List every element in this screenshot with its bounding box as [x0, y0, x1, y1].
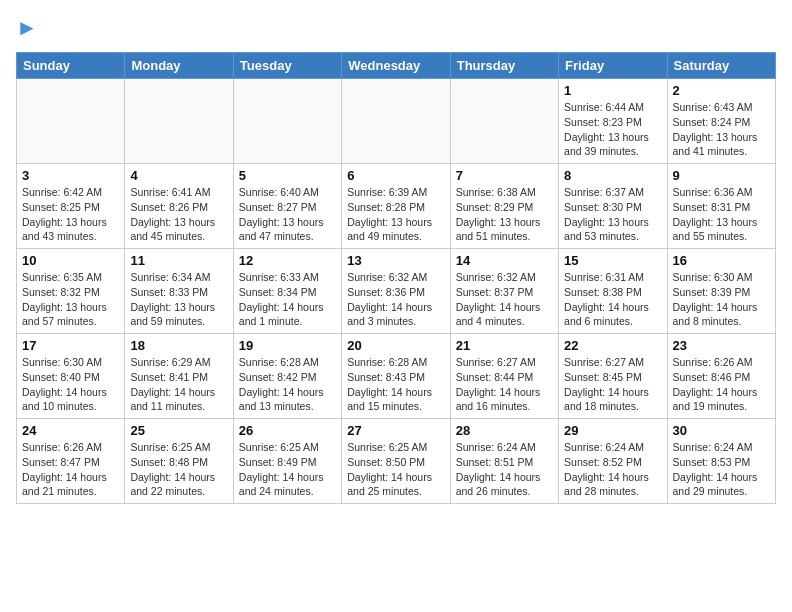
calendar-cell: 14Sunrise: 6:32 AM Sunset: 8:37 PM Dayli…	[450, 249, 558, 334]
weekday-header-wednesday: Wednesday	[342, 53, 450, 79]
calendar-cell: 3Sunrise: 6:42 AM Sunset: 8:25 PM Daylig…	[17, 164, 125, 249]
page-header: ►	[16, 16, 776, 40]
calendar-cell: 2Sunrise: 6:43 AM Sunset: 8:24 PM Daylig…	[667, 79, 775, 164]
day-number: 24	[22, 423, 119, 438]
day-info: Sunrise: 6:32 AM Sunset: 8:36 PM Dayligh…	[347, 270, 444, 329]
weekday-header-friday: Friday	[559, 53, 667, 79]
day-number: 18	[130, 338, 227, 353]
day-number: 11	[130, 253, 227, 268]
calendar-cell: 16Sunrise: 6:30 AM Sunset: 8:39 PM Dayli…	[667, 249, 775, 334]
weekday-header-saturday: Saturday	[667, 53, 775, 79]
day-info: Sunrise: 6:30 AM Sunset: 8:39 PM Dayligh…	[673, 270, 770, 329]
day-number: 13	[347, 253, 444, 268]
day-info: Sunrise: 6:33 AM Sunset: 8:34 PM Dayligh…	[239, 270, 336, 329]
day-number: 28	[456, 423, 553, 438]
calendar-cell	[233, 79, 341, 164]
day-info: Sunrise: 6:25 AM Sunset: 8:48 PM Dayligh…	[130, 440, 227, 499]
week-row-4: 17Sunrise: 6:30 AM Sunset: 8:40 PM Dayli…	[17, 334, 776, 419]
day-number: 19	[239, 338, 336, 353]
day-number: 21	[456, 338, 553, 353]
calendar-cell: 23Sunrise: 6:26 AM Sunset: 8:46 PM Dayli…	[667, 334, 775, 419]
calendar-cell: 9Sunrise: 6:36 AM Sunset: 8:31 PM Daylig…	[667, 164, 775, 249]
day-number: 17	[22, 338, 119, 353]
day-number: 6	[347, 168, 444, 183]
day-number: 25	[130, 423, 227, 438]
calendar-table: SundayMondayTuesdayWednesdayThursdayFrid…	[16, 52, 776, 504]
day-number: 1	[564, 83, 661, 98]
day-number: 22	[564, 338, 661, 353]
calendar-cell: 24Sunrise: 6:26 AM Sunset: 8:47 PM Dayli…	[17, 419, 125, 504]
day-info: Sunrise: 6:37 AM Sunset: 8:30 PM Dayligh…	[564, 185, 661, 244]
day-info: Sunrise: 6:41 AM Sunset: 8:26 PM Dayligh…	[130, 185, 227, 244]
day-info: Sunrise: 6:36 AM Sunset: 8:31 PM Dayligh…	[673, 185, 770, 244]
calendar-cell: 6Sunrise: 6:39 AM Sunset: 8:28 PM Daylig…	[342, 164, 450, 249]
calendar-cell	[450, 79, 558, 164]
calendar-cell: 29Sunrise: 6:24 AM Sunset: 8:52 PM Dayli…	[559, 419, 667, 504]
day-number: 7	[456, 168, 553, 183]
day-info: Sunrise: 6:31 AM Sunset: 8:38 PM Dayligh…	[564, 270, 661, 329]
day-number: 14	[456, 253, 553, 268]
day-info: Sunrise: 6:25 AM Sunset: 8:50 PM Dayligh…	[347, 440, 444, 499]
calendar-cell: 10Sunrise: 6:35 AM Sunset: 8:32 PM Dayli…	[17, 249, 125, 334]
day-number: 20	[347, 338, 444, 353]
weekday-header-sunday: Sunday	[17, 53, 125, 79]
day-number: 9	[673, 168, 770, 183]
calendar-cell: 21Sunrise: 6:27 AM Sunset: 8:44 PM Dayli…	[450, 334, 558, 419]
week-row-5: 24Sunrise: 6:26 AM Sunset: 8:47 PM Dayli…	[17, 419, 776, 504]
day-info: Sunrise: 6:27 AM Sunset: 8:44 PM Dayligh…	[456, 355, 553, 414]
calendar-cell: 25Sunrise: 6:25 AM Sunset: 8:48 PM Dayli…	[125, 419, 233, 504]
day-number: 27	[347, 423, 444, 438]
weekday-header-row: SundayMondayTuesdayWednesdayThursdayFrid…	[17, 53, 776, 79]
week-row-1: 1Sunrise: 6:44 AM Sunset: 8:23 PM Daylig…	[17, 79, 776, 164]
calendar-cell: 18Sunrise: 6:29 AM Sunset: 8:41 PM Dayli…	[125, 334, 233, 419]
calendar-cell: 1Sunrise: 6:44 AM Sunset: 8:23 PM Daylig…	[559, 79, 667, 164]
day-number: 5	[239, 168, 336, 183]
calendar-cell: 12Sunrise: 6:33 AM Sunset: 8:34 PM Dayli…	[233, 249, 341, 334]
calendar-cell: 13Sunrise: 6:32 AM Sunset: 8:36 PM Dayli…	[342, 249, 450, 334]
weekday-header-thursday: Thursday	[450, 53, 558, 79]
day-info: Sunrise: 6:24 AM Sunset: 8:52 PM Dayligh…	[564, 440, 661, 499]
day-info: Sunrise: 6:27 AM Sunset: 8:45 PM Dayligh…	[564, 355, 661, 414]
calendar-cell: 15Sunrise: 6:31 AM Sunset: 8:38 PM Dayli…	[559, 249, 667, 334]
calendar-cell: 22Sunrise: 6:27 AM Sunset: 8:45 PM Dayli…	[559, 334, 667, 419]
calendar-cell: 26Sunrise: 6:25 AM Sunset: 8:49 PM Dayli…	[233, 419, 341, 504]
calendar-cell: 28Sunrise: 6:24 AM Sunset: 8:51 PM Dayli…	[450, 419, 558, 504]
day-info: Sunrise: 6:34 AM Sunset: 8:33 PM Dayligh…	[130, 270, 227, 329]
calendar-cell: 4Sunrise: 6:41 AM Sunset: 8:26 PM Daylig…	[125, 164, 233, 249]
day-info: Sunrise: 6:28 AM Sunset: 8:43 PM Dayligh…	[347, 355, 444, 414]
calendar-cell	[342, 79, 450, 164]
day-number: 4	[130, 168, 227, 183]
day-info: Sunrise: 6:24 AM Sunset: 8:51 PM Dayligh…	[456, 440, 553, 499]
day-number: 26	[239, 423, 336, 438]
week-row-3: 10Sunrise: 6:35 AM Sunset: 8:32 PM Dayli…	[17, 249, 776, 334]
calendar-cell: 27Sunrise: 6:25 AM Sunset: 8:50 PM Dayli…	[342, 419, 450, 504]
day-info: Sunrise: 6:40 AM Sunset: 8:27 PM Dayligh…	[239, 185, 336, 244]
day-info: Sunrise: 6:29 AM Sunset: 8:41 PM Dayligh…	[130, 355, 227, 414]
logo-text: ►	[16, 16, 38, 40]
day-info: Sunrise: 6:30 AM Sunset: 8:40 PM Dayligh…	[22, 355, 119, 414]
day-number: 3	[22, 168, 119, 183]
day-number: 23	[673, 338, 770, 353]
day-number: 16	[673, 253, 770, 268]
calendar-cell: 20Sunrise: 6:28 AM Sunset: 8:43 PM Dayli…	[342, 334, 450, 419]
day-info: Sunrise: 6:28 AM Sunset: 8:42 PM Dayligh…	[239, 355, 336, 414]
day-info: Sunrise: 6:39 AM Sunset: 8:28 PM Dayligh…	[347, 185, 444, 244]
day-info: Sunrise: 6:44 AM Sunset: 8:23 PM Dayligh…	[564, 100, 661, 159]
day-number: 8	[564, 168, 661, 183]
day-info: Sunrise: 6:26 AM Sunset: 8:46 PM Dayligh…	[673, 355, 770, 414]
day-number: 30	[673, 423, 770, 438]
day-info: Sunrise: 6:32 AM Sunset: 8:37 PM Dayligh…	[456, 270, 553, 329]
day-info: Sunrise: 6:43 AM Sunset: 8:24 PM Dayligh…	[673, 100, 770, 159]
day-number: 10	[22, 253, 119, 268]
day-number: 15	[564, 253, 661, 268]
calendar-cell: 11Sunrise: 6:34 AM Sunset: 8:33 PM Dayli…	[125, 249, 233, 334]
day-number: 29	[564, 423, 661, 438]
calendar-cell: 5Sunrise: 6:40 AM Sunset: 8:27 PM Daylig…	[233, 164, 341, 249]
day-info: Sunrise: 6:25 AM Sunset: 8:49 PM Dayligh…	[239, 440, 336, 499]
calendar-cell: 17Sunrise: 6:30 AM Sunset: 8:40 PM Dayli…	[17, 334, 125, 419]
calendar-cell: 8Sunrise: 6:37 AM Sunset: 8:30 PM Daylig…	[559, 164, 667, 249]
calendar-cell: 7Sunrise: 6:38 AM Sunset: 8:29 PM Daylig…	[450, 164, 558, 249]
day-info: Sunrise: 6:26 AM Sunset: 8:47 PM Dayligh…	[22, 440, 119, 499]
day-info: Sunrise: 6:35 AM Sunset: 8:32 PM Dayligh…	[22, 270, 119, 329]
day-info: Sunrise: 6:24 AM Sunset: 8:53 PM Dayligh…	[673, 440, 770, 499]
